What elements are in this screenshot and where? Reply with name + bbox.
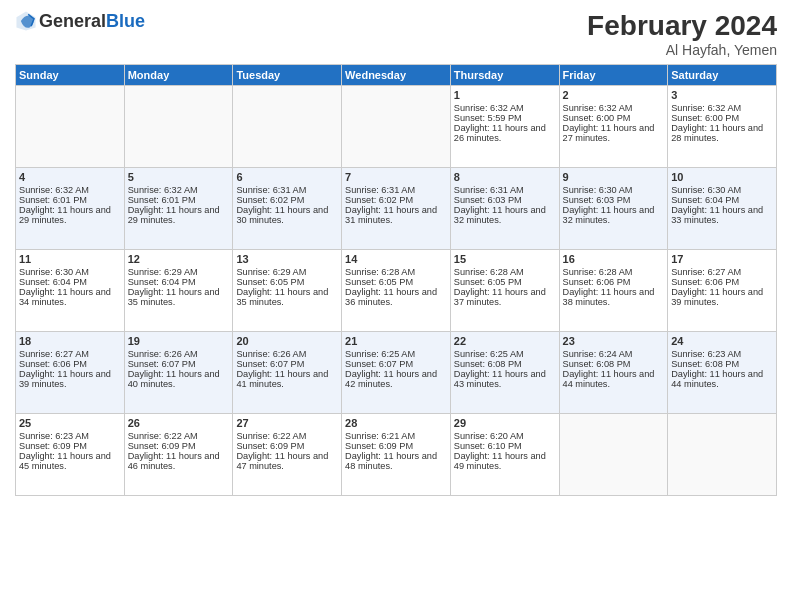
daylight-text: Daylight: 11 hours and 35 minutes. (236, 287, 338, 307)
day-number: 8 (454, 171, 556, 183)
day-number: 14 (345, 253, 447, 265)
sub-title: Al Hayfah, Yemen (587, 42, 777, 58)
sunset-text: Sunset: 6:07 PM (345, 359, 447, 369)
cell-w4-d1: 19Sunrise: 6:26 AMSunset: 6:07 PMDayligh… (124, 332, 233, 414)
sunrise-text: Sunrise: 6:32 AM (563, 103, 665, 113)
sunset-text: Sunset: 6:10 PM (454, 441, 556, 451)
daylight-text: Daylight: 11 hours and 37 minutes. (454, 287, 556, 307)
day-number: 10 (671, 171, 773, 183)
col-sunday: Sunday (16, 65, 125, 86)
daylight-text: Daylight: 11 hours and 43 minutes. (454, 369, 556, 389)
sunrise-text: Sunrise: 6:20 AM (454, 431, 556, 441)
day-number: 11 (19, 253, 121, 265)
sunset-text: Sunset: 6:02 PM (345, 195, 447, 205)
sunset-text: Sunset: 6:04 PM (128, 277, 230, 287)
sunrise-text: Sunrise: 6:29 AM (236, 267, 338, 277)
day-number: 1 (454, 89, 556, 101)
sunset-text: Sunset: 6:08 PM (563, 359, 665, 369)
cell-w5-d1: 26Sunrise: 6:22 AMSunset: 6:09 PMDayligh… (124, 414, 233, 496)
sunset-text: Sunset: 5:59 PM (454, 113, 556, 123)
cell-w3-d5: 16Sunrise: 6:28 AMSunset: 6:06 PMDayligh… (559, 250, 668, 332)
cell-w2-d2: 6Sunrise: 6:31 AMSunset: 6:02 PMDaylight… (233, 168, 342, 250)
cell-w3-d3: 14Sunrise: 6:28 AMSunset: 6:05 PMDayligh… (342, 250, 451, 332)
col-thursday: Thursday (450, 65, 559, 86)
daylight-text: Daylight: 11 hours and 26 minutes. (454, 123, 556, 143)
daylight-text: Daylight: 11 hours and 39 minutes. (671, 287, 773, 307)
sunrise-text: Sunrise: 6:28 AM (454, 267, 556, 277)
header: GeneralBlue February 2024 Al Hayfah, Yem… (15, 10, 777, 58)
sunset-text: Sunset: 6:07 PM (128, 359, 230, 369)
sunrise-text: Sunrise: 6:27 AM (19, 349, 121, 359)
day-number: 2 (563, 89, 665, 101)
cell-w5-d2: 27Sunrise: 6:22 AMSunset: 6:09 PMDayligh… (233, 414, 342, 496)
day-number: 26 (128, 417, 230, 429)
daylight-text: Daylight: 11 hours and 44 minutes. (671, 369, 773, 389)
sunset-text: Sunset: 6:01 PM (19, 195, 121, 205)
cell-w3-d1: 12Sunrise: 6:29 AMSunset: 6:04 PMDayligh… (124, 250, 233, 332)
sunset-text: Sunset: 6:09 PM (236, 441, 338, 451)
sunset-text: Sunset: 6:06 PM (19, 359, 121, 369)
header-row: Sunday Monday Tuesday Wednesday Thursday… (16, 65, 777, 86)
logo-general: General (39, 11, 106, 31)
col-friday: Friday (559, 65, 668, 86)
cell-w2-d1: 5Sunrise: 6:32 AMSunset: 6:01 PMDaylight… (124, 168, 233, 250)
sunrise-text: Sunrise: 6:25 AM (345, 349, 447, 359)
cell-w1-d3 (342, 86, 451, 168)
sunrise-text: Sunrise: 6:28 AM (563, 267, 665, 277)
sunset-text: Sunset: 6:01 PM (128, 195, 230, 205)
cell-w1-d1 (124, 86, 233, 168)
cell-w5-d4: 29Sunrise: 6:20 AMSunset: 6:10 PMDayligh… (450, 414, 559, 496)
logo-text: GeneralBlue (39, 11, 145, 32)
daylight-text: Daylight: 11 hours and 29 minutes. (19, 205, 121, 225)
day-number: 5 (128, 171, 230, 183)
daylight-text: Daylight: 11 hours and 47 minutes. (236, 451, 338, 471)
cell-w4-d3: 21Sunrise: 6:25 AMSunset: 6:07 PMDayligh… (342, 332, 451, 414)
sunset-text: Sunset: 6:09 PM (19, 441, 121, 451)
week-row-3: 11Sunrise: 6:30 AMSunset: 6:04 PMDayligh… (16, 250, 777, 332)
sunset-text: Sunset: 6:04 PM (19, 277, 121, 287)
sunrise-text: Sunrise: 6:31 AM (454, 185, 556, 195)
sunrise-text: Sunrise: 6:24 AM (563, 349, 665, 359)
sunrise-text: Sunrise: 6:21 AM (345, 431, 447, 441)
sunset-text: Sunset: 6:00 PM (671, 113, 773, 123)
sunrise-text: Sunrise: 6:29 AM (128, 267, 230, 277)
daylight-text: Daylight: 11 hours and 31 minutes. (345, 205, 447, 225)
sunrise-text: Sunrise: 6:28 AM (345, 267, 447, 277)
day-number: 17 (671, 253, 773, 265)
sunset-text: Sunset: 6:00 PM (563, 113, 665, 123)
daylight-text: Daylight: 11 hours and 27 minutes. (563, 123, 665, 143)
day-number: 27 (236, 417, 338, 429)
daylight-text: Daylight: 11 hours and 49 minutes. (454, 451, 556, 471)
sunset-text: Sunset: 6:08 PM (454, 359, 556, 369)
sunset-text: Sunset: 6:07 PM (236, 359, 338, 369)
cell-w1-d0 (16, 86, 125, 168)
cell-w4-d5: 23Sunrise: 6:24 AMSunset: 6:08 PMDayligh… (559, 332, 668, 414)
daylight-text: Daylight: 11 hours and 38 minutes. (563, 287, 665, 307)
day-number: 7 (345, 171, 447, 183)
day-number: 19 (128, 335, 230, 347)
col-monday: Monday (124, 65, 233, 86)
sunset-text: Sunset: 6:05 PM (236, 277, 338, 287)
day-number: 12 (128, 253, 230, 265)
page: GeneralBlue February 2024 Al Hayfah, Yem… (0, 0, 792, 612)
day-number: 22 (454, 335, 556, 347)
cell-w2-d5: 9Sunrise: 6:30 AMSunset: 6:03 PMDaylight… (559, 168, 668, 250)
day-number: 24 (671, 335, 773, 347)
sunrise-text: Sunrise: 6:22 AM (236, 431, 338, 441)
cell-w2-d6: 10Sunrise: 6:30 AMSunset: 6:04 PMDayligh… (668, 168, 777, 250)
day-number: 3 (671, 89, 773, 101)
cell-w1-d6: 3Sunrise: 6:32 AMSunset: 6:00 PMDaylight… (668, 86, 777, 168)
sunrise-text: Sunrise: 6:26 AM (128, 349, 230, 359)
week-row-2: 4Sunrise: 6:32 AMSunset: 6:01 PMDaylight… (16, 168, 777, 250)
day-number: 4 (19, 171, 121, 183)
daylight-text: Daylight: 11 hours and 34 minutes. (19, 287, 121, 307)
cell-w5-d3: 28Sunrise: 6:21 AMSunset: 6:09 PMDayligh… (342, 414, 451, 496)
cell-w4-d0: 18Sunrise: 6:27 AMSunset: 6:06 PMDayligh… (16, 332, 125, 414)
day-number: 13 (236, 253, 338, 265)
daylight-text: Daylight: 11 hours and 46 minutes. (128, 451, 230, 471)
col-saturday: Saturday (668, 65, 777, 86)
daylight-text: Daylight: 11 hours and 36 minutes. (345, 287, 447, 307)
cell-w1-d4: 1Sunrise: 6:32 AMSunset: 5:59 PMDaylight… (450, 86, 559, 168)
daylight-text: Daylight: 11 hours and 41 minutes. (236, 369, 338, 389)
sunset-text: Sunset: 6:04 PM (671, 195, 773, 205)
